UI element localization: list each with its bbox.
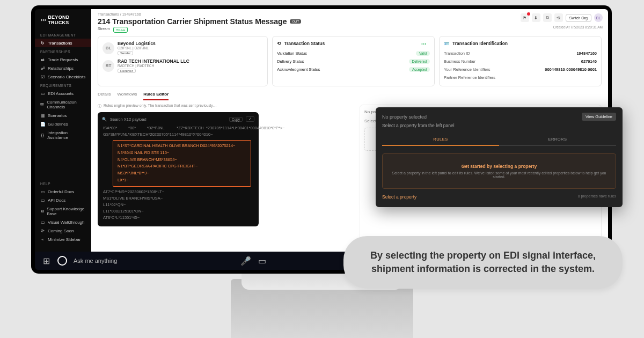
receiver-party[interactable]: RT RAD TECH INTERNATIONAL LLC RADTECH | … <box>103 58 263 73</box>
x12-payload-panel: 🔍 Search X12 payload Copy ⤢ ISA*00* *00*… <box>98 112 259 226</box>
sidebar-item-label: Transactions <box>48 41 72 46</box>
view-guideline-button[interactable]: View Guideline <box>582 113 616 121</box>
box-icon: ▭ <box>40 91 45 96</box>
code-hl-line: MS3*PJNL*B**J~ <box>118 170 246 177</box>
sidebar-item-relationships[interactable]: ☍Relationships <box>35 64 91 72</box>
sidebar-item-coming-soon[interactable]: ⟳Coming Soon <box>35 226 91 235</box>
copy-icon[interactable]: ⧉ <box>543 13 552 22</box>
sidebar-item-label: Orderful Docs <box>48 189 74 194</box>
kv-key: Partner Reference Identifiers <box>444 75 495 80</box>
sidebar-section-edi: EDI MANAGEMENT <box>35 31 91 39</box>
sender-party[interactable]: BL Beyond Logistics O2IPJNL | O2IPJNL Se… <box>103 41 263 55</box>
sidebar-item-label: Coming Soon <box>48 229 74 233</box>
sidebar-item-integration-assist[interactable]: {}Integration Assistance <box>35 128 91 142</box>
code-hl-line: N1*BT*GEORGIA-PACIFIC CPG FREIGHT~ <box>118 163 246 170</box>
status-row-delivery: Delivery StatusDelivered <box>277 57 430 65</box>
sidebar-section-help: HELP <box>35 179 91 187</box>
sidebar: ››› BEYOND TRUCKS EDI MANAGEMENT ↻ Trans… <box>35 9 91 270</box>
code-line[interactable]: AT7*CP*NS**20230602*1308*LT~ <box>98 189 259 195</box>
code-line[interactable]: ISA*00* *00* *02*PJNL *ZZ*KBXTECH *23070… <box>98 125 259 131</box>
popover-tab-rules[interactable]: RULES <box>382 134 499 146</box>
sidebar-item-label: API Docs <box>48 198 65 203</box>
highlighted-segment[interactable]: N1*ST*CARDINAL HEALTH OLIVE BRANCH D024*… <box>113 140 251 187</box>
property-count: 0 properties have rules <box>578 194 616 198</box>
popover-hint-title: Get started by selecting a property <box>390 164 608 169</box>
kv-value: 6276146 <box>581 59 597 64</box>
transaction-status-card: ⟲Transaction Status••• Validation Status… <box>272 36 435 86</box>
detail-tabs: Details Workflows Rules Editor <box>91 86 608 100</box>
sidebar-item-minimize[interactable]: «Minimize Sidebar <box>35 235 91 244</box>
live-badge: ⟲ Live <box>113 27 128 33</box>
brand: ››› BEYOND TRUCKS <box>35 12 91 31</box>
tab-details[interactable]: Details <box>98 92 111 100</box>
sidebar-item-trade-requests[interactable]: ⇄Trade Requests <box>35 55 91 64</box>
id-icon: 🪪 <box>444 41 450 46</box>
sender-name: Beyond Logistics <box>118 41 156 46</box>
doc-icon: 📄 <box>40 122 45 127</box>
avatar[interactable]: BL <box>594 13 603 22</box>
status-badge: Accepted <box>409 67 430 72</box>
status-row-ack: Acknowledgment StatusAccepted <box>277 65 430 74</box>
code-line[interactable]: L11*02*QN~ <box>98 202 259 208</box>
code-hl-line: N3*8640 NAIL RD STE 115~ <box>118 150 246 157</box>
sidebar-item-edi-accounts[interactable]: ▭EDI Accounts <box>35 89 91 98</box>
search-input[interactable]: Search X12 payload <box>110 117 226 122</box>
card-title: Transaction Identification <box>452 41 508 46</box>
select-property-link[interactable]: Select a property <box>382 194 416 200</box>
code-line[interactable]: GS*SM*PJNL*KBXTECH*20230705*1114*49810*X… <box>98 131 259 138</box>
code-hl-line: N1*ST*CARDINAL HEALTH OLIVE BRANCH D024*… <box>118 143 246 150</box>
taskview-icon[interactable]: ▭ <box>257 256 267 266</box>
code-hl-line: LX*1~ <box>118 177 246 184</box>
property-panel-popover: No property selected View Guideline Sele… <box>376 107 623 207</box>
sidebar-item-scenarios[interactable]: ▦Scenarios <box>35 111 91 120</box>
sidebar-item-guidelines[interactable]: 📄Guidelines <box>35 120 91 128</box>
tab-rules-editor[interactable]: Rules Editor <box>143 92 169 100</box>
mic-icon[interactable]: 🎤 <box>241 256 251 266</box>
kv-key: Transaction ID <box>444 51 470 56</box>
popover-title: No property selected <box>382 114 427 120</box>
caption-bubble: By selecting the property on EDI signal … <box>343 236 623 289</box>
popover-tab-errors[interactable]: ERRORS <box>499 134 616 146</box>
sidebar-item-label: Visual Walkthrough <box>48 220 84 225</box>
tab-workflows[interactable]: Workflows <box>117 92 137 100</box>
switch-org-button[interactable]: Switch Org <box>566 14 591 22</box>
taskbar-search[interactable]: Ask me anything <box>74 258 235 264</box>
sidebar-item-transactions[interactable]: ↻ Transactions <box>35 39 91 47</box>
sidebar-item-label: Support Knowledge Base <box>47 207 86 216</box>
brand-name: BEYOND TRUCKS <box>48 14 86 25</box>
sidebar-section-requirements: REQUIREMENTS <box>35 81 91 89</box>
sidebar-item-scenario-checklists[interactable]: ☑Scenario Checklists <box>35 72 91 81</box>
card-title: Transaction Status <box>284 41 325 46</box>
brand-icon: ››› <box>40 17 46 23</box>
alerts-icon[interactable]: ⚑ <box>521 13 529 22</box>
sidebar-item-orderful-docs[interactable]: ▭Orderful Docs <box>35 187 91 196</box>
created-at: Created At 7/5/2023 8:20:31 AM <box>553 25 603 29</box>
sidebar-item-label: Scenarios <box>48 113 67 118</box>
doc-icon: ▭ <box>40 198 45 203</box>
sidebar-item-comm-channels[interactable]: ✉Communication Channels <box>35 98 91 111</box>
kv-key: Your Reference Identifiers <box>444 67 490 72</box>
code-line[interactable]: AT8*C*L*11551*45~ <box>98 215 259 221</box>
sidebar-item-api-docs[interactable]: ▭API Docs <box>35 196 91 204</box>
play-icon: ▭ <box>40 220 45 225</box>
copy-button[interactable]: Copy <box>229 117 243 122</box>
sidebar-item-label: Communication Channels <box>47 100 86 109</box>
expand-icon[interactable]: ⤢ <box>246 116 254 122</box>
refresh-icon[interactable]: ⟲ <box>554 13 563 22</box>
popover-sub: Select a property from the left panel <box>382 123 616 128</box>
braces-icon: {} <box>40 133 45 137</box>
cortana-icon[interactable] <box>57 256 67 266</box>
sidebar-item-label: Trade Requests <box>48 57 78 62</box>
code-line[interactable]: MS1*OLIVE BRANCH*MS*USA~ <box>98 195 259 202</box>
start-icon[interactable]: ⊞ <box>41 256 51 266</box>
frame-icon: ⧉ <box>40 209 44 214</box>
sidebar-item-support-kb[interactable]: ⧉Support Knowledge Base <box>35 204 91 218</box>
sidebar-item-label: Relationships <box>48 66 74 71</box>
code-line[interactable]: L11*0002125101*ON~ <box>98 208 259 215</box>
sidebar-item-walkthrough[interactable]: ▭Visual Walkthrough <box>35 218 91 226</box>
download-icon[interactable]: ⬇ <box>532 13 540 22</box>
collapse-icon: « <box>40 237 45 242</box>
header-actions: ⚑ ⬇ ⧉ ⟲ Switch Org BL <box>521 13 603 22</box>
status-badge: Valid <box>416 51 430 56</box>
status-icon: ⟲ <box>277 41 281 46</box>
